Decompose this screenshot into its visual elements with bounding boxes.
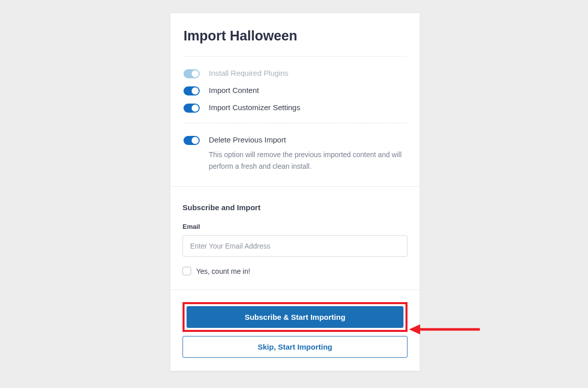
subscribe-heading: Subscribe and Import bbox=[183, 203, 408, 212]
install-plugins-label: Install Required Plugins bbox=[209, 69, 289, 77]
import-panel: Import Halloween Install Required Plugin… bbox=[170, 13, 420, 371]
import-content-toggle[interactable] bbox=[184, 86, 200, 95]
delete-section: Delete Previous Import This option will … bbox=[170, 123, 420, 186]
email-field[interactable] bbox=[183, 235, 408, 257]
toggle-knob bbox=[192, 137, 199, 144]
skip-start-importing-button[interactable]: Skip, Start Importing bbox=[183, 336, 408, 358]
toggle-knob bbox=[192, 87, 199, 94]
delete-previous-label: Delete Previous Import bbox=[209, 135, 406, 144]
toggle-row-import-content: Import Content bbox=[184, 86, 406, 95]
page-title: Import Halloween bbox=[184, 28, 406, 44]
toggle-row-install-plugins: Install Required Plugins bbox=[184, 69, 406, 78]
import-customizer-toggle[interactable] bbox=[184, 104, 200, 113]
actions: Subscribe & Start Importing Skip, Start … bbox=[170, 289, 420, 371]
toggle-knob bbox=[192, 70, 199, 77]
toggle-row-import-customizer: Import Customizer Settings bbox=[184, 103, 406, 113]
annotation-highlight-box: Subscribe & Start Importing bbox=[183, 302, 408, 332]
subscribe-section: Subscribe and Import Email Yes, count me… bbox=[170, 187, 420, 289]
import-content-label: Import Content bbox=[209, 86, 259, 94]
delete-previous-toggle[interactable] bbox=[184, 136, 200, 145]
import-customizer-label: Import Customizer Settings bbox=[209, 103, 300, 112]
optin-checkbox[interactable] bbox=[183, 267, 191, 275]
toggle-knob bbox=[192, 105, 199, 112]
email-label: Email bbox=[183, 223, 408, 230]
import-options: Install Required Plugins Import Content … bbox=[170, 57, 420, 123]
panel-header: Import Halloween bbox=[170, 13, 420, 56]
annotation-arrow-icon bbox=[409, 323, 480, 335]
optin-row: Yes, count me in! bbox=[183, 267, 408, 275]
optin-label: Yes, count me in! bbox=[196, 267, 250, 275]
subscribe-start-importing-button[interactable]: Subscribe & Start Importing bbox=[187, 306, 403, 328]
delete-previous-description: This option will remove the previous imp… bbox=[209, 149, 406, 172]
install-plugins-toggle[interactable] bbox=[184, 69, 200, 78]
